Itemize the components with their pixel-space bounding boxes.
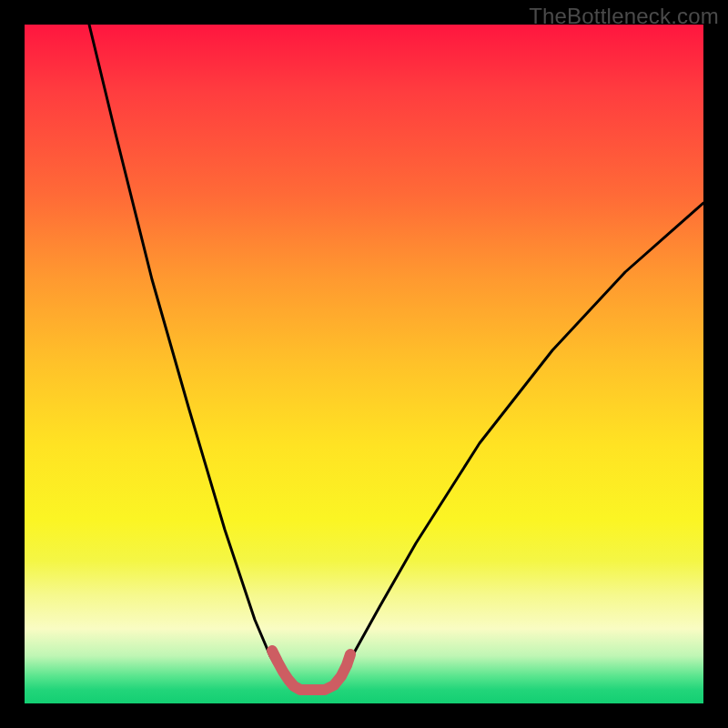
chart-canvas xyxy=(25,25,703,703)
curve-trough-highlight xyxy=(272,651,350,690)
watermark-text: TheBottleneck.com xyxy=(529,4,719,29)
curve-right-branch xyxy=(339,203,703,674)
curve-left-branch xyxy=(89,25,281,674)
chart-svg xyxy=(25,25,703,703)
